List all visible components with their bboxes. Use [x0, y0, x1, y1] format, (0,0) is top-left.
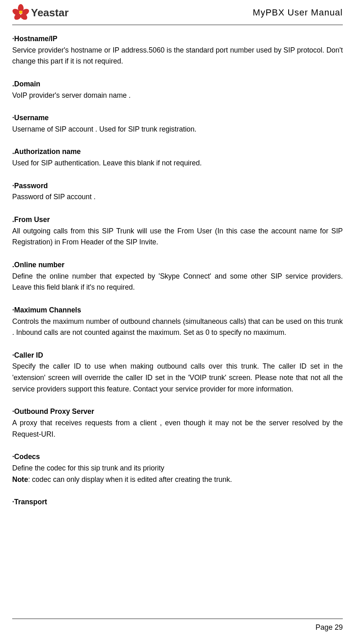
section-body: Password of SIP account .: [12, 191, 343, 203]
section-online-number: .Online number Define the online number …: [12, 259, 343, 293]
logo-flower-icon: [12, 4, 29, 21]
section-codecs: ·Codecs Define the codec for this sip tr…: [12, 451, 343, 485]
footer: Page 29: [12, 618, 343, 632]
logo: Yeastar: [12, 4, 69, 21]
section-title: .From User: [12, 214, 343, 226]
section-body: Define the online number that expected b…: [12, 271, 343, 293]
section-body: Define the codec for this sip trunk and …: [12, 463, 343, 474]
note-body: : codec can only display when it is edit…: [28, 475, 232, 484]
section-title: ·Password: [12, 180, 343, 192]
section-body: VoIP provider's server domain name .: [12, 90, 343, 101]
section-title: ·Caller ID: [12, 350, 343, 361]
section-title: ·Username: [12, 112, 343, 124]
section-outbound-proxy-server: ·Outbound Proxy Server A proxy that rece…: [12, 406, 343, 440]
content-body: ·Hostname/IP Service provider's hostname…: [12, 33, 343, 508]
section-maximum-channels: ·Maximum Channels Controls the maximum n…: [12, 305, 343, 338]
section-body: Specify the caller ID to use when making…: [12, 361, 343, 395]
section-hostname-ip: ·Hostname/IP Service provider's hostname…: [12, 33, 343, 67]
section-domain: .Domain VoIP provider's server domain na…: [12, 79, 343, 101]
section-title: ·Hostname/IP: [12, 33, 343, 45]
section-caller-id: ·Caller ID Specify the caller ID to use …: [12, 350, 343, 395]
section-title: .Authorization name: [12, 146, 343, 158]
section-title: ·Maximum Channels: [12, 305, 343, 316]
page-number: Page 29: [316, 623, 343, 631]
section-title: .Online number: [12, 259, 343, 271]
section-password: ·Password Password of SIP account .: [12, 180, 343, 203]
section-title: ·Codecs: [12, 451, 343, 463]
section-from-user: .From User All outgoing calls from this …: [12, 214, 343, 248]
section-authorization-name: .Authorization name Used for SIP authent…: [12, 146, 343, 169]
section-username: ·Username Username of SIP account . Used…: [12, 112, 343, 135]
section-body: Username of SIP account . Used for SIP t…: [12, 124, 343, 135]
section-note: Note: codec can only display when it is …: [12, 474, 343, 486]
brand-text: Yeastar: [31, 7, 69, 19]
section-body: All outgoing calls from this SIP Trunk w…: [12, 226, 343, 248]
section-body: A proxy that receives requests from a cl…: [12, 418, 343, 440]
section-title: ·Outbound Proxy Server: [12, 406, 343, 418]
document-title: MyPBX User Manual: [253, 7, 343, 18]
section-title: ·Transport: [12, 497, 343, 508]
section-transport: ·Transport: [12, 497, 343, 508]
header: Yeastar MyPBX User Manual: [12, 4, 343, 25]
section-title: .Domain: [12, 79, 343, 90]
note-label: Note: [12, 475, 28, 484]
section-body: Controls the maximum number of outbound …: [12, 316, 343, 338]
section-body: Service provider's hostname or IP addres…: [12, 45, 343, 67]
section-body: Used for SIP authentication. Leave this …: [12, 158, 343, 169]
